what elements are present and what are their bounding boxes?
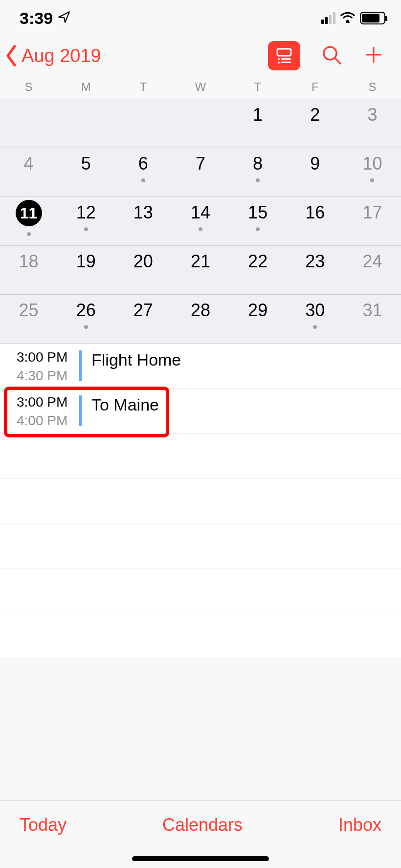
day-cell[interactable]: 31	[344, 295, 401, 343]
svg-rect-3	[281, 58, 291, 60]
svg-line-7	[335, 58, 340, 64]
day-cell[interactable]: 25	[0, 295, 57, 343]
day-number: 19	[76, 253, 96, 270]
day-number: 13	[134, 204, 153, 221]
home-indicator[interactable]	[132, 856, 269, 861]
cellular-signal-icon	[321, 12, 335, 24]
day-cell[interactable]: 20	[114, 246, 172, 294]
event-dot-icon	[370, 178, 374, 182]
svg-rect-5	[281, 62, 291, 63]
weekday-label: T	[114, 80, 172, 94]
day-cell[interactable]: 15	[229, 197, 287, 245]
day-cell[interactable]: 29	[229, 295, 287, 343]
list-view-icon	[274, 47, 294, 65]
day-cell[interactable]: 2	[287, 99, 344, 148]
day-number: 21	[191, 253, 210, 270]
day-cell[interactable]: 13	[114, 197, 172, 245]
day-cell[interactable]: 24	[344, 246, 401, 294]
day-cell[interactable]: 21	[172, 246, 229, 294]
weekday-header: S M T W T F S	[0, 77, 401, 99]
day-cell[interactable]: 9	[287, 148, 344, 196]
empty-slot	[0, 523, 401, 568]
day-number: 3	[367, 106, 377, 124]
event-dot-icon	[256, 178, 260, 182]
event-row[interactable]: 3:00 PM4:00 PMTo Maine	[0, 389, 401, 434]
day-number: 25	[19, 302, 39, 319]
event-end-time: 4:30 PM	[17, 368, 71, 384]
day-cell[interactable]: 10	[344, 148, 401, 196]
day-cell[interactable]: 7	[172, 148, 229, 196]
event-times: 3:00 PM4:00 PM	[0, 389, 79, 433]
day-number: 28	[191, 302, 210, 319]
day-cell[interactable]: 11	[0, 197, 57, 245]
day-cell[interactable]: 5	[57, 148, 114, 196]
day-cell[interactable]: 18	[0, 246, 57, 294]
svg-point-0	[346, 20, 349, 22]
week-row: 45678910	[0, 148, 401, 197]
day-number: 9	[310, 155, 320, 173]
inbox-button[interactable]: Inbox	[338, 815, 381, 835]
day-number: 17	[362, 204, 382, 221]
back-label: Aug 2019	[22, 45, 101, 66]
weekday-label: M	[57, 80, 114, 94]
day-number: 12	[76, 204, 96, 221]
event-dot-icon	[27, 232, 31, 236]
event-start-time: 3:00 PM	[17, 349, 71, 365]
svg-point-2	[278, 58, 280, 60]
event-row[interactable]: 3:00 PM4:30 PMFlight Home	[0, 344, 401, 389]
day-cell[interactable]: 16	[287, 197, 344, 245]
day-number: 8	[253, 155, 263, 173]
day-cell[interactable]: 28	[172, 295, 229, 343]
day-number: 30	[305, 302, 325, 319]
empty-slot	[0, 568, 401, 613]
event-dot-icon	[141, 178, 145, 182]
day-cell[interactable]: 3	[344, 99, 401, 148]
day-cell[interactable]: 30	[287, 295, 344, 343]
day-cell[interactable]: 22	[229, 246, 287, 294]
event-times: 3:00 PM4:30 PM	[0, 344, 79, 388]
day-cell[interactable]: 6	[114, 148, 172, 196]
day-number: 22	[248, 253, 267, 270]
event-dot-icon	[256, 227, 260, 231]
day-cell[interactable]: 17	[344, 197, 401, 245]
day-number: 29	[248, 302, 267, 319]
day-number: 14	[191, 204, 210, 221]
day-cell	[114, 99, 172, 148]
day-cell	[57, 99, 114, 148]
weekday-label: W	[172, 80, 229, 94]
search-icon	[321, 44, 342, 65]
day-cell[interactable]: 8	[229, 148, 287, 196]
week-row: 11121314151617	[0, 197, 401, 246]
status-time: 3:39	[20, 9, 53, 28]
day-number: 27	[134, 302, 153, 319]
calendars-button[interactable]: Calendars	[162, 815, 243, 835]
events-list: 3:00 PM4:30 PMFlight Home3:00 PM4:00 PMT…	[0, 344, 401, 434]
day-cell[interactable]: 14	[172, 197, 229, 245]
day-cell[interactable]: 12	[57, 197, 114, 245]
day-cell[interactable]: 4	[0, 148, 57, 196]
view-mode-toggle[interactable]	[268, 41, 300, 70]
day-number: 23	[305, 253, 325, 270]
plus-icon	[363, 44, 384, 65]
day-cell[interactable]: 27	[114, 295, 172, 343]
status-bar: 3:39	[0, 0, 401, 34]
day-cell[interactable]: 19	[57, 246, 114, 294]
event-title: Flight Home	[82, 344, 181, 388]
svg-point-4	[278, 62, 280, 64]
day-cell[interactable]: 23	[287, 246, 344, 294]
back-button[interactable]: Aug 2019	[4, 45, 101, 66]
week-row: 18192021222324	[0, 246, 401, 295]
day-number: 18	[19, 253, 39, 270]
search-button[interactable]	[321, 44, 342, 67]
day-number: 5	[81, 155, 91, 173]
empty-slot	[0, 613, 401, 658]
today-button[interactable]: Today	[20, 815, 67, 835]
wifi-icon	[340, 11, 355, 25]
battery-icon	[360, 12, 385, 24]
weekday-label: S	[0, 80, 57, 94]
add-event-button[interactable]	[363, 44, 384, 67]
event-dot-icon	[84, 325, 88, 329]
day-cell[interactable]: 1	[229, 99, 287, 148]
day-number: 1	[253, 106, 263, 124]
day-cell[interactable]: 26	[57, 295, 114, 343]
